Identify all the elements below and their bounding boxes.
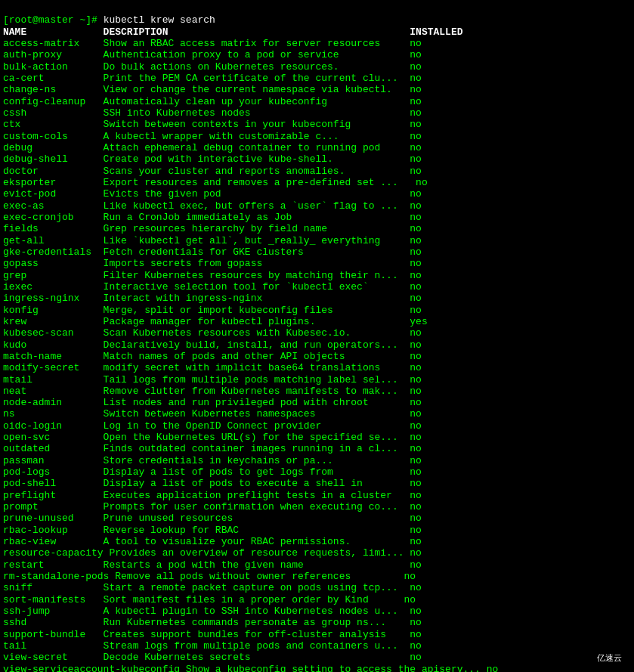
row-modify-secret: modify-secret modify secret with implici… <box>3 362 422 373</box>
row-debug: debug Attach ephemeral debug container t… <box>3 142 422 153</box>
row-support-bundle: support-bundle Creates support bundles f… <box>3 629 422 640</box>
row-bulk-action: bulk-action Do bulk actions on Kubernete… <box>3 61 422 73</box>
row-get-all: get-all Like `kubectl get all`, but _rea… <box>3 235 422 246</box>
watermark: 亿速云 <box>592 652 626 664</box>
row-prune-unused: prune-unused Prune unused resources no <box>3 513 422 524</box>
row-restart: restart Restarts a pod with the given na… <box>3 559 422 571</box>
row-ingress-nginx: ingress-nginx Interact with ingress-ngin… <box>3 293 422 304</box>
row-doctor: doctor Scans your cluster and reports an… <box>3 166 422 177</box>
row-config-cleanup: config-cleanup Automatically clean up yo… <box>3 96 422 107</box>
row-outdated: outdated Finds outdated container images… <box>3 443 422 454</box>
cmd1: kubectl krew search <box>104 14 215 26</box>
row-preflight: preflight Executes application preflight… <box>3 490 422 501</box>
header-line: NAME DESCRIPTION INSTALLED <box>3 26 463 38</box>
row-ns: ns Switch between Kubernetes namespaces … <box>3 408 422 420</box>
row-kubesec-scan: kubesec-scan Scan Kubernetes resources w… <box>3 327 422 339</box>
row-grep: grep Filter Kubernetes resources by matc… <box>3 270 422 281</box>
row-view-serviceaccount: view-serviceaccount-kubeconfig Show a ku… <box>3 664 498 672</box>
row-mtail: mtail Tail logs from multiple pods match… <box>3 374 422 386</box>
row-gopass: gopass Imports secrets from gopass no <box>3 258 422 269</box>
row-rm-standalone-pods: rm-standalone-pods Remove all pods witho… <box>3 571 416 582</box>
row-krew: krew Package manager for kubectl plugins… <box>3 316 428 327</box>
prompt1: [root@master ~]# <box>3 14 104 26</box>
row-exec-as: exec-as Like kubectl exec, but offers a … <box>3 200 422 212</box>
row-pod-logs: pod-logs Display a list of pods to get l… <box>3 466 422 478</box>
row-tail: tail Stream logs from multiple pods and … <box>3 640 422 652</box>
terminal-window: [root@master ~]# kubectl krew search NAM… <box>3 3 631 672</box>
prompt-line-1: [root@master ~]# kubectl krew search <box>3 14 215 26</box>
row-sshd: sshd Run Kubernetes commands personate a… <box>3 617 422 628</box>
row-ctx: ctx Switch between contexts in your kube… <box>3 119 422 130</box>
row-iexec: iexec Interactive selection tool for `ku… <box>3 281 422 293</box>
row-resource-capacity: resource-capacity Provides an overview o… <box>3 547 422 559</box>
row-access-matrix: access-matrix Show an RBAC access matrix… <box>3 38 422 49</box>
row-node-admin: node-admin List nodes and run privileged… <box>3 397 422 408</box>
row-view-secret: view-secret Decode Kubernetes secrets no <box>3 652 422 663</box>
row-fields: fields Grep resources hierarchy by field… <box>3 223 422 234</box>
row-match-name: match-name Match names of pods and other… <box>3 351 422 362</box>
row-rbac-view: rbac-view A tool to visualize your RBAC … <box>3 536 422 547</box>
row-konfig: konfig Merge, split or import kubeconfig… <box>3 305 422 316</box>
row-open-svc: open-svc Open the Kubernetes URL(s) for … <box>3 432 422 443</box>
row-passman: passman Store credentials in keychains o… <box>3 455 422 466</box>
row-pod-shell: pod-shell Display a list of pods to exec… <box>3 478 422 489</box>
row-exec-cronjob: exec-cronjob Run a CronJob immediately a… <box>3 212 422 223</box>
row-sniff: sniff Start a remote packet capture on p… <box>3 582 422 593</box>
row-oidc-login: oidc-login Log in to the OpenID Connect … <box>3 420 422 432</box>
row-ca-cert: ca-cert Print the PEM CA certificate of … <box>3 73 422 84</box>
row-kudo: kudo Declaratively build, install, and r… <box>3 339 422 351</box>
row-prompt: prompt Prompts for user confirmation whe… <box>3 501 422 513</box>
row-evict-pod: evict-pod Evicts the given pod no <box>3 188 422 200</box>
row-debug-shell: debug-shell Create pod with interactive … <box>3 153 422 165</box>
row-auth-proxy: auth-proxy Authentication proxy to a pod… <box>3 49 422 60</box>
row-rbac-lookup: rbac-lookup Reverse lookup for RBAC no <box>3 525 422 536</box>
row-sort-manifests: sort-manifests Sort manifest files in a … <box>3 594 416 605</box>
row-cssh: cssh SSH into Kubernetes nodes no <box>3 107 422 119</box>
row-neat: neat Remove clutter from Kubernetes mani… <box>3 386 422 397</box>
row-eksporter: eksporter Export resources and removes a… <box>3 177 428 188</box>
row-ssh-jump: ssh-jump A kubectl plugin to SSH into Ku… <box>3 605 422 617</box>
row-gke-credentials: gke-credentials Fetch credentials for GK… <box>3 246 422 258</box>
row-custom-cols: custom-cols A kubectl wrapper with custo… <box>3 131 422 142</box>
row-change-ns: change-ns View or change the current nam… <box>3 84 422 95</box>
